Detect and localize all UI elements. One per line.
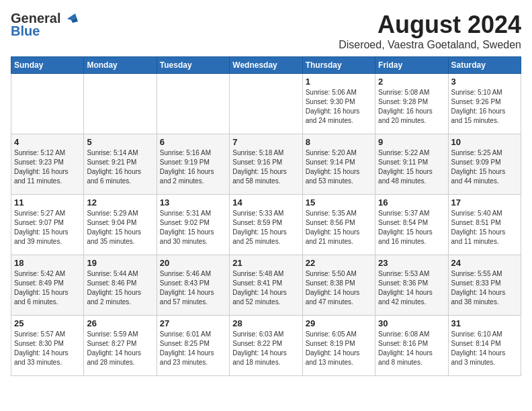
calendar-cell [157, 74, 229, 134]
day-info: Sunrise: 5:22 AM Sunset: 9:11 PM Dayligh… [378, 148, 445, 186]
day-number: 14 [232, 197, 299, 208]
day-number: 13 [160, 197, 226, 208]
day-info: Sunrise: 5:12 AM Sunset: 9:23 PM Dayligh… [14, 148, 81, 186]
day-number: 4 [14, 137, 81, 147]
day-number: 2 [378, 77, 445, 87]
day-number: 6 [160, 137, 226, 147]
day-info: Sunrise: 6:03 AM Sunset: 8:22 PM Dayligh… [232, 330, 299, 367]
calendar-cell: 22Sunrise: 5:50 AM Sunset: 8:38 PM Dayli… [302, 255, 375, 316]
calendar-week-2: 4Sunrise: 5:12 AM Sunset: 9:23 PM Daylig… [11, 134, 521, 195]
day-number: 31 [451, 318, 518, 328]
calendar-cell: 9Sunrise: 5:22 AM Sunset: 9:11 PM Daylig… [375, 134, 448, 195]
day-info: Sunrise: 5:46 AM Sunset: 8:43 PM Dayligh… [160, 269, 226, 307]
calendar-cell: 15Sunrise: 5:35 AM Sunset: 8:56 PM Dayli… [302, 195, 375, 255]
calendar-cell [11, 74, 84, 134]
day-info: Sunrise: 5:20 AM Sunset: 9:14 PM Dayligh… [306, 148, 372, 186]
day-info: Sunrise: 6:08 AM Sunset: 8:16 PM Dayligh… [378, 330, 445, 367]
day-number: 9 [378, 137, 445, 147]
day-number: 24 [451, 258, 518, 268]
calendar-cell: 26Sunrise: 5:59 AM Sunset: 8:27 PM Dayli… [84, 316, 157, 376]
day-number: 17 [451, 197, 518, 208]
day-number: 12 [87, 197, 153, 208]
calendar-week-3: 11Sunrise: 5:27 AM Sunset: 9:07 PM Dayli… [11, 195, 521, 255]
day-info: Sunrise: 5:14 AM Sunset: 9:21 PM Dayligh… [87, 148, 153, 186]
day-info: Sunrise: 5:25 AM Sunset: 9:09 PM Dayligh… [451, 148, 518, 186]
calendar-cell: 5Sunrise: 5:14 AM Sunset: 9:21 PM Daylig… [84, 134, 157, 195]
day-number: 10 [451, 137, 518, 147]
day-number: 3 [451, 77, 518, 87]
day-info: Sunrise: 5:42 AM Sunset: 8:49 PM Dayligh… [14, 269, 81, 307]
day-number: 15 [306, 197, 372, 208]
calendar-cell: 14Sunrise: 5:33 AM Sunset: 8:59 PM Dayli… [230, 195, 302, 255]
calendar-cell: 11Sunrise: 5:27 AM Sunset: 9:07 PM Dayli… [11, 195, 84, 255]
day-number: 28 [232, 318, 299, 328]
day-number: 11 [14, 197, 81, 208]
calendar-week-4: 18Sunrise: 5:42 AM Sunset: 8:49 PM Dayli… [11, 255, 521, 316]
weekday-header-monday: Monday [84, 57, 157, 74]
calendar-cell: 25Sunrise: 5:57 AM Sunset: 8:30 PM Dayli… [11, 316, 84, 376]
calendar-cell: 27Sunrise: 6:01 AM Sunset: 8:25 PM Dayli… [157, 316, 229, 376]
calendar-cell: 2Sunrise: 5:08 AM Sunset: 9:28 PM Daylig… [375, 74, 448, 134]
day-number: 16 [378, 197, 445, 208]
logo-bird-icon [62, 12, 81, 26]
day-number: 19 [87, 258, 153, 268]
weekday-header-row: SundayMondayTuesdayWednesdayThursdayFrid… [11, 57, 521, 74]
weekday-header-sunday: Sunday [11, 57, 84, 74]
day-info: Sunrise: 5:35 AM Sunset: 8:56 PM Dayligh… [306, 209, 372, 246]
day-info: Sunrise: 5:33 AM Sunset: 8:59 PM Dayligh… [232, 209, 299, 246]
calendar-table: SundayMondayTuesdayWednesdayThursdayFrid… [11, 56, 521, 376]
day-info: Sunrise: 5:59 AM Sunset: 8:27 PM Dayligh… [87, 330, 153, 367]
day-number: 18 [14, 258, 81, 268]
calendar-cell: 17Sunrise: 5:40 AM Sunset: 8:51 PM Dayli… [448, 195, 521, 255]
day-info: Sunrise: 5:31 AM Sunset: 9:02 PM Dayligh… [160, 209, 226, 246]
day-number: 5 [87, 137, 153, 147]
calendar-cell: 7Sunrise: 5:18 AM Sunset: 9:16 PM Daylig… [230, 134, 302, 195]
calendar-cell: 21Sunrise: 5:48 AM Sunset: 8:41 PM Dayli… [230, 255, 302, 316]
day-info: Sunrise: 5:37 AM Sunset: 8:54 PM Dayligh… [378, 209, 445, 246]
day-info: Sunrise: 5:53 AM Sunset: 8:36 PM Dayligh… [378, 269, 445, 307]
calendar-cell: 23Sunrise: 5:53 AM Sunset: 8:36 PM Dayli… [375, 255, 448, 316]
day-info: Sunrise: 5:06 AM Sunset: 9:30 PM Dayligh… [306, 88, 372, 126]
day-number: 26 [87, 318, 153, 328]
calendar-cell: 16Sunrise: 5:37 AM Sunset: 8:54 PM Dayli… [375, 195, 448, 255]
day-info: Sunrise: 6:10 AM Sunset: 8:14 PM Dayligh… [451, 330, 518, 367]
day-info: Sunrise: 6:01 AM Sunset: 8:25 PM Dayligh… [160, 330, 226, 367]
day-number: 20 [160, 258, 226, 268]
day-info: Sunrise: 5:40 AM Sunset: 8:51 PM Dayligh… [451, 209, 518, 246]
day-info: Sunrise: 5:48 AM Sunset: 8:41 PM Dayligh… [232, 269, 299, 307]
day-info: Sunrise: 5:55 AM Sunset: 8:33 PM Dayligh… [451, 269, 518, 307]
day-number: 29 [306, 318, 372, 328]
day-number: 30 [378, 318, 445, 328]
day-number: 1 [306, 77, 372, 87]
day-number: 27 [160, 318, 226, 328]
day-info: Sunrise: 5:08 AM Sunset: 9:28 PM Dayligh… [378, 88, 445, 126]
calendar-cell: 20Sunrise: 5:46 AM Sunset: 8:43 PM Dayli… [157, 255, 229, 316]
day-info: Sunrise: 5:10 AM Sunset: 9:26 PM Dayligh… [451, 88, 518, 126]
weekday-header-thursday: Thursday [302, 57, 375, 74]
calendar-cell [84, 74, 157, 134]
day-number: 22 [306, 258, 372, 268]
calendar-week-1: 1Sunrise: 5:06 AM Sunset: 9:30 PM Daylig… [11, 74, 521, 134]
day-info: Sunrise: 5:50 AM Sunset: 8:38 PM Dayligh… [306, 269, 372, 307]
day-info: Sunrise: 5:27 AM Sunset: 9:07 PM Dayligh… [14, 209, 81, 246]
calendar-cell: 31Sunrise: 6:10 AM Sunset: 8:14 PM Dayli… [448, 316, 521, 376]
logo-blue: Blue [11, 24, 40, 39]
day-info: Sunrise: 5:16 AM Sunset: 9:19 PM Dayligh… [160, 148, 226, 186]
day-info: Sunrise: 5:18 AM Sunset: 9:16 PM Dayligh… [232, 148, 299, 186]
calendar-cell: 29Sunrise: 6:05 AM Sunset: 8:19 PM Dayli… [302, 316, 375, 376]
calendar-cell: 4Sunrise: 5:12 AM Sunset: 9:23 PM Daylig… [11, 134, 84, 195]
weekday-header-tuesday: Tuesday [157, 57, 229, 74]
month-title: August 2024 [339, 11, 521, 39]
title-block: August 2024 Diseroed, Vaestra Goetaland,… [339, 11, 521, 51]
location-subtitle: Diseroed, Vaestra Goetaland, Sweden [339, 39, 521, 51]
calendar-body: 1Sunrise: 5:06 AM Sunset: 9:30 PM Daylig… [11, 74, 521, 376]
day-info: Sunrise: 5:44 AM Sunset: 8:46 PM Dayligh… [87, 269, 153, 307]
calendar-cell: 30Sunrise: 6:08 AM Sunset: 8:16 PM Dayli… [375, 316, 448, 376]
calendar-cell: 8Sunrise: 5:20 AM Sunset: 9:14 PM Daylig… [302, 134, 375, 195]
calendar-cell: 18Sunrise: 5:42 AM Sunset: 8:49 PM Dayli… [11, 255, 84, 316]
calendar-cell: 1Sunrise: 5:06 AM Sunset: 9:30 PM Daylig… [302, 74, 375, 134]
calendar-cell: 13Sunrise: 5:31 AM Sunset: 9:02 PM Dayli… [157, 195, 229, 255]
calendar-cell: 3Sunrise: 5:10 AM Sunset: 9:26 PM Daylig… [448, 74, 521, 134]
calendar-cell: 19Sunrise: 5:44 AM Sunset: 8:46 PM Dayli… [84, 255, 157, 316]
day-number: 23 [378, 258, 445, 268]
